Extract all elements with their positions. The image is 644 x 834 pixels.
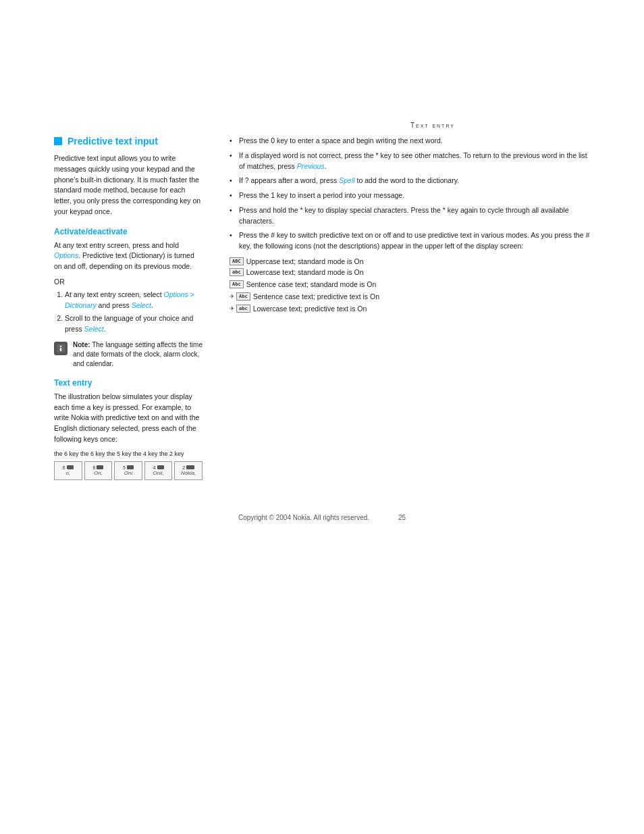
- mode-indicator-lowercase: abc Lowercase text; standard mode is On: [230, 268, 590, 276]
- activate-section-title: Activate/deactivate: [54, 227, 203, 236]
- sentence-screen-sim: Abc: [230, 280, 244, 288]
- content-area: Predictive text input Predictive text in…: [0, 136, 644, 480]
- predictive-text-body: Predictive text input allows you to writ…: [54, 153, 203, 217]
- kbd-cell-3-top: 5: [123, 465, 134, 470]
- lowercase-screen-sim: abc: [230, 268, 244, 276]
- lowercase-predictive-screen-box: abc: [236, 305, 250, 313]
- bullet-question-mark: If ? appears after a word, press Spell t…: [230, 176, 590, 186]
- kbd-cell-4-top: 4: [153, 465, 164, 470]
- kbd-icon-4: [157, 465, 164, 469]
- sentence-predictive-row: ✈ Abc Sentence case text; predictive tex…: [230, 292, 590, 301]
- kbd-icon-1: [67, 465, 74, 469]
- left-column: Predictive text input Predictive text in…: [54, 136, 203, 480]
- lowercase-description: Lowercase text; standard mode is On: [246, 268, 364, 276]
- lowercase-screen-box: abc: [230, 268, 244, 276]
- bullet-2-text-after: to add the word to the dictionary.: [355, 176, 459, 184]
- step2-link: Select: [84, 325, 104, 333]
- activate-body-text: At any text entry screen, press and hold: [54, 241, 179, 249]
- kbd-cell-5-top: 2: [182, 465, 194, 470]
- feature-bullets: Press the 0 key to enter a space and beg…: [230, 136, 590, 252]
- note-box: Note: The language setting affects the t…: [54, 340, 203, 369]
- predictive-text-title: Predictive text input: [68, 136, 158, 147]
- bullet-2-text-before: If ? appears after a word, press: [239, 176, 339, 184]
- kbd-cell-1-top: 6: [63, 465, 74, 470]
- activate-steps: At any text entry screen, select Options…: [54, 290, 203, 335]
- text-entry-body: The illustration below simulates your di…: [54, 392, 203, 445]
- step1-text-end: .: [151, 301, 153, 309]
- kbd-cell-2: 6 On,: [84, 461, 113, 480]
- kbd-cell-2-top: 6: [92, 465, 103, 470]
- note-text: Note: The language setting affects the t…: [73, 340, 203, 369]
- bullet-5-text: Press the # key to switch predictive tex…: [239, 231, 589, 250]
- section-title-square: [54, 137, 62, 145]
- arrow-icon-2: ✈: [230, 305, 235, 312]
- note-label: Note:: [73, 341, 90, 348]
- key-sequence-text: the 6 key the 6 key the 5 key the 4 key …: [54, 450, 203, 457]
- mode-indicator-sentence-predictive: ✈ Abc Sentence case text; predictive tex…: [230, 292, 590, 301]
- activate-body: At any text entry screen, press and hold…: [54, 240, 203, 272]
- page-header: Text entry: [0, 0, 644, 136]
- spell-link: Spell: [339, 176, 354, 184]
- keyboard-sequence-display: 6 o, 6 On, 5 Oni: [54, 461, 203, 480]
- note-svg-icon: [55, 343, 66, 354]
- mode-indicator-uppercase: ABC Uppercase text; standard mode is On: [230, 257, 590, 265]
- sentence-predictive-description: Sentence case text; predictive text is O…: [253, 292, 379, 301]
- sentence-predictive-screen-sim: ✈ Abc: [230, 292, 250, 301]
- mode-indicator-sentence: Abc Sentence case text; standard mode is…: [230, 280, 590, 288]
- kbd-icon-2: [97, 465, 103, 469]
- bullet-1-key: Press the 1 key to insert a period into …: [230, 190, 590, 201]
- activate-step-1: At any text entry screen, select Options…: [65, 290, 203, 311]
- step1-text-after: and press: [97, 301, 132, 309]
- svg-rect-2: [60, 348, 61, 351]
- page-footer: Copyright © 2004 Nokia. All rights reser…: [0, 500, 644, 528]
- activate-step-2: Scroll to the language of your choice an…: [65, 313, 203, 335]
- lowercase-predictive-screen-sim: ✈ abc: [230, 305, 250, 313]
- bullet-3-text: Press the 1 key to insert a period into …: [239, 191, 404, 199]
- uppercase-screen-box: ABC: [230, 257, 244, 265]
- kbd-cell-4: 4 Onii,: [144, 461, 173, 480]
- options-link: Options: [54, 251, 78, 259]
- lowercase-predictive-row: ✈ abc Lowercase text; predictive text is…: [230, 305, 590, 313]
- bullet-asterisk-match: If a displayed word is not correct, pres…: [230, 151, 590, 172]
- sentence-screen-box: Abc: [230, 280, 244, 288]
- text-entry-section-title: Text entry: [54, 378, 203, 388]
- lowercase-predictive-description: Lowercase text; predictive text is On: [253, 305, 367, 313]
- previous-link: Previous: [297, 162, 325, 170]
- bullet-hold-asterisk: Press and hold the * key to display spec…: [230, 205, 590, 227]
- bullet-0-text: Press the 0 key to enter a space and beg…: [239, 136, 443, 145]
- step1-link2: Select: [132, 301, 151, 309]
- kbd-cell-1: 6 o,: [54, 461, 82, 480]
- svg-point-1: [60, 346, 61, 347]
- note-icon: [54, 342, 68, 355]
- or-text: OR: [54, 278, 203, 286]
- bullet-1-text-after: .: [325, 162, 327, 170]
- kbd-icon-5: [186, 465, 194, 469]
- kbd-icon-3: [127, 465, 134, 469]
- right-column: Press the 0 key to enter a space and beg…: [230, 136, 590, 480]
- header-text: Text entry: [410, 122, 455, 129]
- kbd-cell-5: 2 Nokia,: [174, 461, 203, 480]
- sentence-description: Sentence case text; standard mode is On: [246, 280, 377, 288]
- sentence-predictive-screen-box: Abc: [236, 292, 250, 301]
- kbd-cell-3: 5 Oni: [114, 461, 142, 480]
- footer-page-number: 25: [398, 514, 406, 521]
- lowercase-row: abc Lowercase text; standard mode is On: [230, 268, 590, 276]
- page: Text entry Predictive text input Predict…: [0, 0, 644, 834]
- step2-text-end: .: [104, 325, 106, 333]
- sentence-row: Abc Sentence case text; standard mode is…: [230, 280, 590, 288]
- bullet-0-key: Press the 0 key to enter a space and beg…: [230, 136, 590, 147]
- predictive-text-section-title: Predictive text input: [54, 136, 203, 147]
- note-body: The language setting affects the time an…: [73, 341, 203, 367]
- uppercase-description: Uppercase text; standard mode is On: [246, 257, 364, 265]
- mode-indicator-lowercase-predictive: ✈ abc Lowercase text; predictive text is…: [230, 305, 590, 313]
- bullet-4-text: Press and hold the * key to display spec…: [239, 206, 569, 225]
- step1-text-before: At any text entry screen, select: [65, 290, 163, 298]
- footer-copyright: Copyright © 2004 Nokia. All rights reser…: [238, 514, 369, 521]
- arrow-icon-1: ✈: [230, 293, 235, 300]
- bullet-1-text-before: If a displayed word is not correct, pres…: [239, 151, 587, 170]
- bullet-hash-key: Press the # key to switch predictive tex…: [230, 230, 590, 252]
- uppercase-screen-sim: ABC: [230, 257, 244, 265]
